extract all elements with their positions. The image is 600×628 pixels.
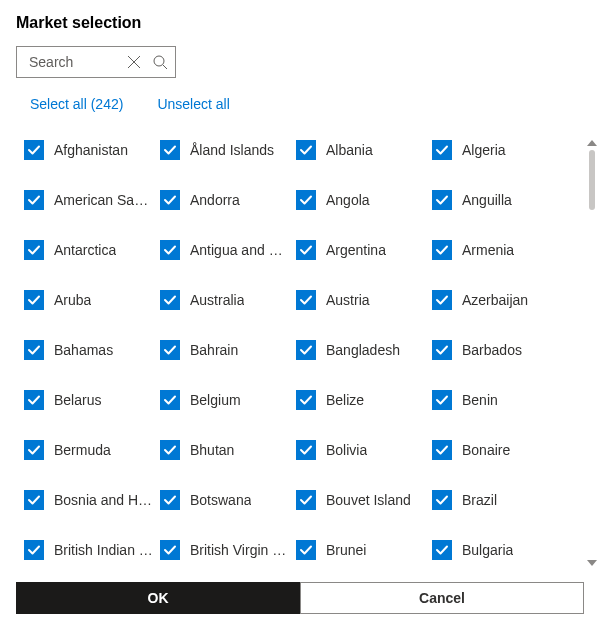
search-icon[interactable]: [151, 53, 169, 71]
checkbox-checked-icon[interactable]: [24, 190, 44, 210]
search-box[interactable]: [16, 46, 176, 78]
checkbox-checked-icon[interactable]: [160, 140, 180, 160]
checkbox-checked-icon[interactable]: [160, 290, 180, 310]
checkbox-checked-icon[interactable]: [296, 390, 316, 410]
market-item[interactable]: Belgium: [160, 390, 290, 410]
checkbox-checked-icon[interactable]: [24, 290, 44, 310]
market-item[interactable]: Armenia: [432, 240, 562, 260]
ok-button[interactable]: OK: [16, 582, 300, 614]
bulk-action-links: Select all (242) Unselect all: [16, 78, 584, 112]
market-item[interactable]: Bonaire: [432, 440, 562, 460]
market-item[interactable]: Åland Islands: [160, 140, 290, 160]
checkbox-checked-icon[interactable]: [160, 190, 180, 210]
checkbox-checked-icon[interactable]: [432, 190, 452, 210]
checkbox-checked-icon[interactable]: [432, 290, 452, 310]
market-label: Belgium: [190, 392, 241, 408]
market-item[interactable]: Albania: [296, 140, 426, 160]
market-item[interactable]: Antigua and Barbuda: [160, 240, 290, 260]
checkbox-checked-icon[interactable]: [160, 490, 180, 510]
market-label: Belarus: [54, 392, 101, 408]
clear-icon[interactable]: [125, 53, 143, 71]
market-item[interactable]: Bhutan: [160, 440, 290, 460]
checkbox-checked-icon[interactable]: [296, 290, 316, 310]
scroll-down-arrow-icon[interactable]: [584, 556, 600, 570]
checkbox-checked-icon[interactable]: [24, 240, 44, 260]
search-input[interactable]: [27, 53, 107, 71]
checkbox-checked-icon[interactable]: [432, 240, 452, 260]
market-item[interactable]: American Samoa: [24, 190, 154, 210]
market-label: Austria: [326, 292, 370, 308]
checkbox-checked-icon[interactable]: [160, 390, 180, 410]
market-item[interactable]: Bolivia: [296, 440, 426, 460]
market-item[interactable]: Andorra: [160, 190, 290, 210]
checkbox-checked-icon[interactable]: [296, 340, 316, 360]
market-item[interactable]: Afghanistan: [24, 140, 154, 160]
checkbox-checked-icon[interactable]: [296, 490, 316, 510]
scroll-up-arrow-icon[interactable]: [584, 136, 600, 150]
market-label: Brazil: [462, 492, 497, 508]
market-item[interactable]: Argentina: [296, 240, 426, 260]
scrollbar-thumb[interactable]: [589, 150, 595, 210]
market-label: Angola: [326, 192, 370, 208]
market-label: Belize: [326, 392, 364, 408]
checkbox-checked-icon[interactable]: [432, 540, 452, 560]
checkbox-checked-icon[interactable]: [160, 240, 180, 260]
market-item[interactable]: Bermuda: [24, 440, 154, 460]
checkbox-checked-icon[interactable]: [432, 140, 452, 160]
market-item[interactable]: Australia: [160, 290, 290, 310]
dialog-header: Market selection Select all (242) Unsele…: [0, 0, 600, 122]
checkbox-checked-icon[interactable]: [296, 240, 316, 260]
market-item[interactable]: Brunei: [296, 540, 426, 560]
market-item[interactable]: British Virgin Islands: [160, 540, 290, 560]
checkbox-checked-icon[interactable]: [296, 440, 316, 460]
market-item[interactable]: Barbados: [432, 340, 562, 360]
market-item[interactable]: Bulgaria: [432, 540, 562, 560]
checkbox-checked-icon[interactable]: [24, 490, 44, 510]
checkbox-checked-icon[interactable]: [24, 140, 44, 160]
market-item[interactable]: Antarctica: [24, 240, 154, 260]
checkbox-checked-icon[interactable]: [296, 140, 316, 160]
checkbox-checked-icon[interactable]: [24, 390, 44, 410]
market-item[interactable]: Bosnia and Herzegovina: [24, 490, 154, 510]
checkbox-checked-icon[interactable]: [160, 340, 180, 360]
market-item[interactable]: Belize: [296, 390, 426, 410]
market-item[interactable]: Bahamas: [24, 340, 154, 360]
select-all-link[interactable]: Select all (242): [30, 96, 123, 112]
market-label: Australia: [190, 292, 244, 308]
market-item[interactable]: Brazil: [432, 490, 562, 510]
unselect-all-link[interactable]: Unselect all: [157, 96, 229, 112]
checkbox-checked-icon[interactable]: [432, 440, 452, 460]
market-item[interactable]: Belarus: [24, 390, 154, 410]
checkbox-checked-icon[interactable]: [24, 540, 44, 560]
dialog-footer: OK Cancel: [0, 578, 600, 628]
market-item[interactable]: Azerbaijan: [432, 290, 562, 310]
market-item[interactable]: Algeria: [432, 140, 562, 160]
checkbox-checked-icon[interactable]: [296, 190, 316, 210]
market-item[interactable]: Angola: [296, 190, 426, 210]
market-item[interactable]: Bouvet Island: [296, 490, 426, 510]
checkbox-checked-icon[interactable]: [432, 340, 452, 360]
market-label: Bosnia and Herzegovina: [54, 492, 154, 508]
market-item[interactable]: British Indian Ocean Territory: [24, 540, 154, 560]
scrollbar-track[interactable]: [584, 150, 600, 556]
checkbox-checked-icon[interactable]: [432, 390, 452, 410]
market-item[interactable]: Austria: [296, 290, 426, 310]
checkbox-checked-icon[interactable]: [24, 440, 44, 460]
market-item[interactable]: Anguilla: [432, 190, 562, 210]
market-item[interactable]: Benin: [432, 390, 562, 410]
checkbox-checked-icon[interactable]: [432, 490, 452, 510]
market-item[interactable]: Botswana: [160, 490, 290, 510]
checkbox-checked-icon[interactable]: [160, 540, 180, 560]
market-label: Brunei: [326, 542, 366, 558]
scrollbar[interactable]: [584, 136, 600, 570]
checkbox-checked-icon[interactable]: [24, 340, 44, 360]
market-label: Andorra: [190, 192, 240, 208]
checkbox-checked-icon[interactable]: [160, 440, 180, 460]
market-label: American Samoa: [54, 192, 154, 208]
market-item[interactable]: Bahrain: [160, 340, 290, 360]
cancel-button[interactable]: Cancel: [300, 582, 584, 614]
market-item[interactable]: Bangladesh: [296, 340, 426, 360]
checkbox-checked-icon[interactable]: [296, 540, 316, 560]
market-label: Åland Islands: [190, 142, 274, 158]
market-item[interactable]: Aruba: [24, 290, 154, 310]
